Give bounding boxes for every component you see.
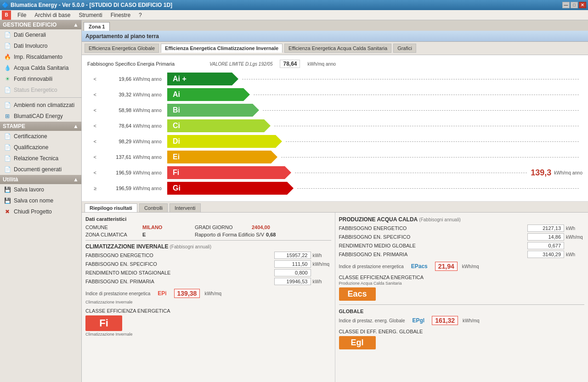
cad-icon: ⊞ (4, 112, 11, 120)
globale-classe-label: CLASSE DI EFF. ENERG. GLOBALE (339, 329, 585, 334)
result-tab-controlli[interactable]: Controlli (139, 203, 168, 212)
sidebar-item-dati-generali[interactable]: 📄 Dati Generali (0, 29, 81, 40)
clima-row-2: RENDIMENTO MEDIO STAGIONALE0,800 (85, 269, 331, 276)
sidebar-gestione-header: GESTIONE EDIFICIO ▲ (0, 20, 81, 29)
water-icon: 💧 (4, 64, 11, 72)
comune-label: COMUNE (85, 225, 141, 230)
globale-epi-label: Indice di prestaz. energ. Globale (339, 318, 405, 323)
subtab-invernale[interactable]: Efficienza Energetica Climatizzazione In… (161, 44, 283, 53)
minimize-button[interactable]: — (562, 2, 570, 8)
cert-icon: 📄 (4, 133, 11, 140)
energy-bars-container: <19,66kWh/mq annoAi +<39,32kWh/mq annoAi… (87, 72, 582, 196)
epi-key: EPi (158, 290, 166, 297)
rapporto-forma-label: Rapporto di Forma Edificio S/V (195, 232, 264, 237)
subtab-globale[interactable]: Efficienza Energetica Globale (85, 44, 159, 53)
close-proj-icon: ✖ (4, 208, 11, 215)
sidebar-item-dati-involucro[interactable]: 📄 Dati Involucro (0, 40, 81, 51)
produzione-data-rows: FABBISOGNO ENERGETICO2127,13kWhFABBISOGN… (339, 225, 585, 258)
comune-value: MILANO (142, 225, 179, 230)
sidebar: GESTIONE EDIFICIO ▲ 📄 Dati Generali 📄 Da… (0, 20, 82, 382)
acs-classe-label: CLASSE EFFICIENZA ENERGETICA (339, 275, 585, 280)
sidebar-item-salva-nome[interactable]: 💾 Salva con nome (0, 195, 81, 206)
menu-finestre[interactable]: Finestre (107, 11, 134, 19)
produzione-row-2: RENDIMENTO MEDIO GLOBALE0,677 (339, 242, 585, 249)
climatizzazione-title: CLIMATIZZAZIONE INVERNALE (Fabbisogni an… (85, 243, 331, 250)
classe-sublabel: Climatizzazione Invernale (85, 332, 331, 337)
chart-area: Fabbisogno Specifico Energia Primaria VA… (82, 55, 588, 202)
sidebar-item-certificazione[interactable]: 📄 Certificazione (0, 131, 81, 142)
sidebar-item-imp-riscaldamento[interactable]: 🔥 Imp. Riscaldamento (0, 51, 81, 62)
menu-file[interactable]: File (14, 11, 30, 19)
bottom-right: PRODUZIONE ACQUA CALDA (Fabbisogni annua… (335, 213, 588, 382)
sidebar-item-salva[interactable]: 💾 Salva lavoro (0, 184, 81, 195)
zone-header: Appartamento al piano terra (82, 31, 588, 42)
sun-icon: ☀ (4, 75, 11, 83)
acs-epi-key: EPacs (411, 263, 428, 270)
fire-icon: 🔥 (4, 53, 11, 61)
acs-classe-sublabel: Produzione Acqua Calda Sanitaria (339, 281, 585, 286)
produzione-row-1: FABBISOGNO EN. SPECIFICO14,86kWh/mq (339, 233, 585, 241)
sidebar-item-status-energetico[interactable]: 📄 Status Energetico (0, 84, 81, 96)
sidebar-item-fonti-rinnovabili[interactable]: ☀ Fonti rinnovabili (0, 73, 81, 84)
produzione-title: PRODUZIONE ACQUA CALDA (Fabbisogni annua… (339, 216, 585, 223)
close-button[interactable]: ✕ (579, 2, 586, 8)
dati-caratteristici-title: Dati caratteristici (85, 216, 331, 222)
produzione-row-3: FABBISOGNO EN. PRIMARIA3140,29kWh (339, 251, 585, 258)
sidebar-item-chiudi[interactable]: ✖ Chiudi Progetto (0, 206, 81, 217)
menu-strumenti[interactable]: Strumenti (75, 11, 106, 19)
chart-limit-unit: kWh/mq anno (307, 62, 336, 67)
subtab-grafici[interactable]: Grafici (393, 44, 416, 53)
content-area: Zona 1 Appartamento al piano terra Effic… (82, 20, 588, 382)
epi-unit: kWh/mq (204, 291, 223, 296)
qual-icon: 📄 (4, 144, 11, 151)
menu-help[interactable]: ? (135, 11, 146, 19)
tab-zona1[interactable]: Zona 1 (84, 22, 110, 31)
maximize-button[interactable]: □ (571, 2, 578, 8)
clima-row-3: FABBISOGNO EN. PRIMARIA19946,53kWh (85, 278, 331, 285)
menu-archivi[interactable]: Archivi di base (31, 11, 74, 19)
sidebar-item-acqua-calda[interactable]: 💧 Acqua Calda Sanitaria (0, 62, 81, 73)
result-tab-riepilogo[interactable]: Riepilogo risultati (85, 203, 137, 212)
globale-epi-value: 161,32 (432, 316, 458, 325)
app-icon: 🔷 (2, 2, 9, 8)
title-bar-text: Blumatica Energy - Ver 5.0.0 - [STUDIO D… (11, 2, 172, 8)
sidebar-item-ambienti[interactable]: 📄 Ambienti non climatizzati (0, 100, 81, 111)
globale-classe-badge: Egl (339, 336, 376, 349)
bar-row-2: <58,98kWh/mq annoBi (87, 103, 582, 118)
rel-icon: 📄 (4, 155, 11, 162)
document-icon: 📄 (4, 42, 11, 50)
gradi-giorno-value: 2404,00 (252, 225, 270, 230)
app-logo: B (2, 11, 11, 20)
subtab-acqua[interactable]: Efficienza Energetica Acqua Calda Sanita… (284, 44, 391, 53)
menu-bar: B File Archivi di base Strumenti Finestr… (0, 10, 588, 20)
acs-epi-value: 21,94 (435, 262, 458, 271)
globale-epi-key: EPgl (412, 317, 424, 324)
ambients-icon: 📄 (4, 101, 11, 109)
bar-row-5: <137,61kWh/mq annoEi (87, 150, 582, 164)
globale-epi-unit: kWh/mq (463, 318, 481, 323)
clima-data-rows: FABBISOGNO ENERGETICO15957,22kWhFABBISOG… (85, 252, 331, 285)
saveas-icon: 💾 (4, 197, 11, 204)
sidebar-item-blumaticad[interactable]: ⊞ BlumatiCAD Energy (0, 111, 81, 122)
save-icon: 💾 (4, 186, 11, 193)
acs-epi-unit: kWh/mq (462, 264, 481, 269)
bottom-section: Dati caratteristici COMUNE MILANO GRADI … (82, 213, 588, 382)
chart-limit-value: 78,64 (280, 60, 300, 68)
title-bar: 🔷 Blumatica Energy - Ver 5.0.0 - [STUDIO… (0, 0, 588, 10)
epi-sublabel: Climatizzazione Invernale (85, 300, 331, 304)
clima-row-0: FABBISOGNO ENERGETICO15957,22kWh (85, 252, 331, 259)
sidebar-item-qualificazione[interactable]: 📄 Qualificazione (0, 142, 81, 153)
epi-label: Indice di prestazione energetica (85, 291, 150, 296)
zone-tab-bar: Zona 1 (82, 20, 588, 31)
sidebar-item-relazione[interactable]: 📄 Relazione Tecnica (0, 153, 81, 164)
doc-icon: 📄 (4, 166, 11, 173)
clima-row-1: FABBISOGNO EN. SPECIFICO111,50kWh/mq (85, 260, 331, 268)
bar-row-7: ≥196,59kWh/mq annoGi (87, 181, 582, 196)
document-icon: 📄 (4, 31, 11, 39)
rapporto-forma-value: 0,68 (266, 232, 276, 237)
result-tab-interventi[interactable]: Interventi (170, 203, 200, 212)
sidebar-item-documenti[interactable]: 📄 Documenti generati (0, 164, 81, 175)
zona-climatica-label: ZONA CLIMATICA (85, 232, 141, 237)
sidebar-utilita-header: Utilità ▲ (0, 175, 81, 184)
epi-value: 139,38 (174, 289, 200, 298)
